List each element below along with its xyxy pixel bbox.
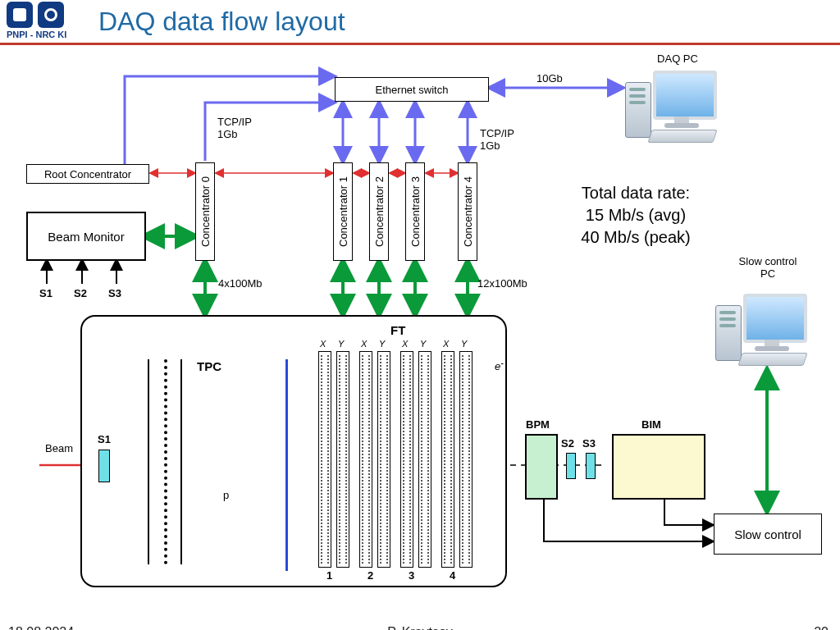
box-conc-1: Concentrator 1 [333, 162, 353, 261]
logo-pnpi: PNPI - NRC KI [7, 2, 84, 43]
label-12x100: 12x100Mb [477, 277, 527, 290]
box-conc-3: Concentrator 3 [405, 162, 425, 261]
box-bim [612, 434, 705, 500]
label-4x100: 4x100Mb [218, 277, 262, 290]
ft-plane [359, 351, 372, 568]
title-underline [0, 43, 840, 45]
label-s2a: S2 [74, 287, 87, 299]
ft-number: 4 [450, 569, 455, 582]
label: Ethernet switch [376, 84, 449, 96]
label-s3a: S3 [108, 287, 121, 299]
label-10gb: 10Gb [536, 72, 563, 84]
ft-xy-label: Y [379, 339, 385, 349]
ft-xy-label: Y [338, 339, 344, 349]
footer-page: 20 [814, 625, 829, 630]
label-bpm: BPM [526, 418, 550, 431]
scint-s3 [586, 453, 596, 479]
label-beam: Beam [45, 442, 73, 454]
ft-plane [400, 351, 413, 568]
tpc-wire-3 [180, 359, 182, 564]
ft-number: 2 [368, 569, 373, 582]
ft-plane [418, 351, 431, 568]
label-tcpip-right: TCP/IP1Gb [480, 128, 514, 153]
box-conc-2: Concentrator 2 [369, 162, 389, 261]
ft-plane [459, 351, 472, 568]
ft-plane [441, 351, 454, 568]
label-daq-pc: DAQ PC [645, 52, 710, 65]
label-s1a: S1 [39, 287, 52, 299]
footer-author: P. Kravtsov [0, 625, 840, 630]
label-s2b: S2 [561, 437, 574, 450]
ft-xy-label: Y [461, 339, 467, 349]
tpc-wire-1 [148, 359, 149, 564]
ft-number: 1 [326, 569, 332, 582]
label-tcpip-left: TCP/IP1Gb [217, 116, 252, 141]
label-bim: BIM [641, 418, 661, 431]
logo-text: PNPI - NRC KI [7, 30, 66, 39]
scint-s2 [566, 453, 576, 479]
ft-plane [377, 351, 390, 568]
box-root-concentrator: Root Concentrator [26, 164, 149, 184]
box-ethernet-switch: Ethernet switch [335, 77, 489, 102]
box-beam-monitor: Beam Monitor [26, 212, 146, 261]
tpc-blue-plane [285, 359, 288, 571]
label-slow-pc: Slow controlPC [719, 256, 817, 281]
scint-s1 [98, 450, 110, 482]
text-data-rate: Total data rate:15 Mb/s (avg)40 Mb/s (pe… [541, 182, 730, 249]
ft-xy-label: Y [420, 339, 426, 349]
ft-plane [336, 351, 349, 568]
ft-xy-label: X [361, 339, 367, 349]
label-tpc: TPC [197, 359, 221, 373]
label: Beam Monitor [48, 230, 124, 244]
ft-xy-label: X [443, 339, 449, 349]
icon-slow-pc [715, 289, 814, 363]
label-p: p [223, 489, 229, 501]
label-e: e- [495, 358, 504, 372]
slide-title: DAQ data flow layout [98, 7, 345, 37]
label-ft: FT [390, 323, 405, 337]
box-slow-control: Slow control [714, 514, 822, 555]
ft-plane [318, 351, 331, 568]
box-bpm [525, 434, 558, 500]
ft-xy-label: X [320, 339, 326, 349]
icon-daq-pc [625, 66, 724, 139]
ft-number: 3 [409, 569, 414, 582]
label-s3b: S3 [582, 437, 596, 450]
ft-xy-label: X [402, 339, 408, 349]
box-conc-4: Concentrator 4 [458, 162, 477, 261]
label-s1b: S1 [98, 433, 111, 445]
box-conc-0: Concentrator 0 [195, 162, 215, 261]
label: Root Concentrator [44, 168, 131, 180]
tpc-wire-2 [164, 359, 167, 564]
